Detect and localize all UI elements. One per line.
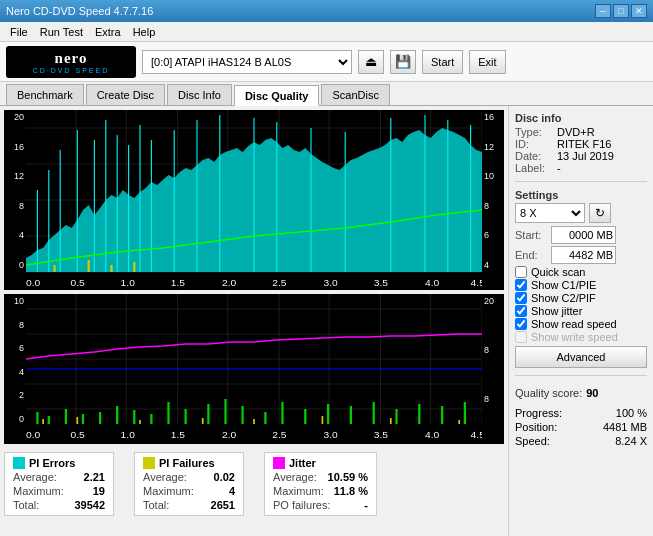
divider-1 [515,181,647,182]
menu-run-test[interactable]: Run Test [34,24,89,40]
tab-create-disc[interactable]: Create Disc [86,84,165,105]
show-jitter-row: Show jitter [515,305,647,317]
show-read-speed-checkbox[interactable] [515,318,527,330]
menu-extra[interactable]: Extra [89,24,127,40]
show-c1pie-checkbox[interactable] [515,279,527,291]
show-c2pif-row: Show C2/PIF [515,292,647,304]
jitter-po-row: PO failures: - [273,499,368,511]
start-input[interactable] [551,226,616,244]
svg-text:3.5: 3.5 [374,278,388,288]
top-chart-container: 20 16 12 8 4 0 [4,110,504,290]
disc-label-row: Label: - [515,162,647,174]
quick-scan-checkbox[interactable] [515,266,527,278]
minimize-button[interactable]: ─ [595,4,611,18]
pi-failures-color [143,457,155,469]
svg-text:4.5: 4.5 [471,278,482,288]
position-row: Position: 4481 MB [515,421,647,433]
tab-disc-quality[interactable]: Disc Quality [234,85,320,106]
jitter-max-row: Maximum: 11.8 % [273,485,368,497]
right-panel: Disc info Type: DVD+R ID: RITEK F16 Date… [508,106,653,536]
jitter-avg-row: Average: 10.59 % [273,471,368,483]
menubar: File Run Test Extra Help [0,22,653,42]
chart-area: 20 16 12 8 4 0 [0,106,508,536]
legend-area: PI Errors Average: 2.21 Maximum: 19 Tota… [4,448,504,520]
pi-failures-label: PI Failures [159,457,215,469]
svg-text:2.0: 2.0 [222,430,236,440]
svg-text:2.5: 2.5 [272,278,286,288]
progress-section: Progress: 100 % Position: 4481 MB Speed:… [515,407,647,447]
svg-text:2.5: 2.5 [272,430,286,440]
start-field-row: Start: [515,226,647,244]
toolbar: nero CD·DVD SPEED [0:0] ATAPI iHAS124 B … [0,42,653,82]
advanced-button[interactable]: Advanced [515,346,647,368]
svg-text:4.0: 4.0 [425,430,439,440]
maximize-button[interactable]: □ [613,4,629,18]
svg-text:1.5: 1.5 [171,430,185,440]
quick-scan-row: Quick scan [515,266,647,278]
tab-disc-info[interactable]: Disc Info [167,84,232,105]
svg-text:0.0: 0.0 [26,430,40,440]
top-chart-svg: 0.0 0.5 1.0 1.5 2.0 2.5 3.0 3.5 4.0 4.5 [26,110,482,290]
drive-select[interactable]: [0:0] ATAPI iHAS124 B AL0S [142,50,352,74]
speed-select[interactable]: 8 X [515,203,585,223]
titlebar-buttons: ─ □ ✕ [595,4,647,18]
jitter-header: Jitter [273,457,368,469]
disc-id-row: ID: RITEK F16 [515,138,647,150]
svg-text:4.0: 4.0 [425,278,439,288]
disc-type-row: Type: DVD+R [515,126,647,138]
tab-scan-disc[interactable]: ScanDisc [321,84,389,105]
svg-text:3.0: 3.0 [324,278,338,288]
refresh-button[interactable]: ↻ [589,203,611,223]
pi-errors-color [13,457,25,469]
svg-text:3.5: 3.5 [374,430,388,440]
svg-text:0.5: 0.5 [70,278,84,288]
pi-failures-max-row: Maximum: 4 [143,485,235,497]
speed-settings-row: 8 X ↻ [515,203,647,223]
end-field-row: End: [515,246,647,264]
jitter-label: Jitter [289,457,316,469]
pi-errors-label: PI Errors [29,457,75,469]
close-button[interactable]: ✕ [631,4,647,18]
bottom-chart-svg: 0.0 0.5 1.0 1.5 2.0 2.5 3.0 3.5 4.0 4.5 [26,294,482,444]
exit-button[interactable]: Exit [469,50,505,74]
pi-errors-total-row: Total: 39542 [13,499,105,511]
titlebar: Nero CD-DVD Speed 4.7.7.16 ─ □ ✕ [0,0,653,22]
start-button[interactable]: Start [422,50,463,74]
svg-text:0.0: 0.0 [26,278,40,288]
pi-errors-header: PI Errors [13,457,105,469]
tab-benchmark[interactable]: Benchmark [6,84,84,105]
end-input[interactable] [551,246,616,264]
titlebar-title: Nero CD-DVD Speed 4.7.7.16 [6,5,153,17]
pi-failures-total-row: Total: 2651 [143,499,235,511]
show-c1pie-row: Show C1/PIE [515,279,647,291]
progress-row: Progress: 100 % [515,407,647,419]
eject-button[interactable]: ⏏ [358,50,384,74]
disc-info-title: Disc info [515,112,647,124]
menu-help[interactable]: Help [127,24,162,40]
quality-row: Quality score: 90 [515,387,647,399]
settings-title: Settings [515,189,647,201]
show-read-speed-row: Show read speed [515,318,647,330]
menu-file[interactable]: File [4,24,34,40]
main-content: 20 16 12 8 4 0 [0,106,653,536]
disc-date-row: Date: 13 Jul 2019 [515,150,647,162]
pi-failures-header: PI Failures [143,457,235,469]
jitter-legend: Jitter Average: 10.59 % Maximum: 11.8 % … [264,452,377,516]
logo: nero CD·DVD SPEED [6,46,136,78]
svg-text:1.0: 1.0 [121,278,135,288]
svg-text:1.5: 1.5 [171,278,185,288]
pi-errors-legend: PI Errors Average: 2.21 Maximum: 19 Tota… [4,452,114,516]
jitter-color [273,457,285,469]
speed-row: Speed: 8.24 X [515,435,647,447]
tabs: Benchmark Create Disc Disc Info Disc Qua… [0,82,653,106]
show-write-speed-checkbox[interactable] [515,331,527,343]
show-c2pif-checkbox[interactable] [515,292,527,304]
show-write-speed-row: Show write speed [515,331,647,343]
save-button[interactable]: 💾 [390,50,416,74]
pi-failures-avg-row: Average: 0.02 [143,471,235,483]
svg-text:2.0: 2.0 [222,278,236,288]
show-jitter-checkbox[interactable] [515,305,527,317]
svg-text:3.0: 3.0 [324,430,338,440]
pi-failures-legend: PI Failures Average: 0.02 Maximum: 4 Tot… [134,452,244,516]
svg-text:0.5: 0.5 [70,430,84,440]
